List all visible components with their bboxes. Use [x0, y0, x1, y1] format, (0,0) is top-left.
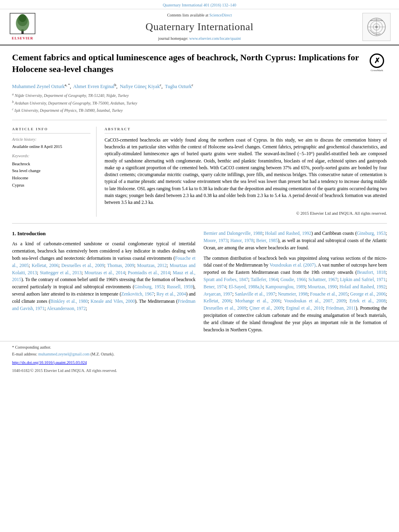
ref-taillefer[interactable]: Taillefer, 1964 — [251, 277, 278, 282]
journal-emblem-icon — [366, 17, 387, 37]
ref-thomas[interactable]: Thomas, 2009 — [107, 263, 134, 268]
article-info-col: ARTICLE INFO Article history: Available … — [12, 127, 97, 217]
keyword-1: Beachrock — [12, 160, 90, 168]
intro-para-right-2: The common distribution of beachrock bed… — [204, 255, 387, 334]
header-divider — [12, 120, 387, 120]
ref-lipkin[interactable]: Lipkin and Safriel, 1971 — [340, 277, 386, 282]
ref-ginsburg2[interactable]: Ginsburg, 1953 — [357, 231, 386, 236]
journal-homepage: journal homepage: www.elsevier.com/locat… — [43, 36, 356, 41]
abstract-col: ABSTRACT CaCO3-cemented beachrocks are w… — [105, 127, 387, 217]
keywords-list: Beachrock Sea level change Holocene Cypr… — [12, 160, 90, 189]
journal-url[interactable]: www.elsevier.com/locate/quaint — [189, 36, 241, 41]
abstract-text: CaCO3-cemented beachrocks are widely fou… — [105, 137, 387, 206]
journal-citation-bar: Quaternary International 401 (2016) 132–… — [0, 0, 399, 9]
issn-line: 1040-6182/© 2015 Elsevier Ltd and INQUA.… — [0, 367, 399, 377]
crossmark-label: CrossMark — [370, 69, 383, 73]
ref-stattegger[interactable]: Stattegger et al., 2013 — [40, 270, 82, 275]
email-suffix: (M.Z. Ozturk). — [90, 352, 114, 356]
ref-avsarcan[interactable]: Avşarcan, 1997 — [204, 292, 232, 296]
ref-schattner[interactable]: Schattner, 1967 — [309, 277, 337, 282]
ref-moore[interactable]: Moore, 1973 — [204, 238, 228, 243]
ref-alexandersson[interactable]: Alexandersson, 1972 — [47, 306, 86, 311]
author-2-link[interactable]: Ahmet Evren Erginal — [73, 84, 114, 89]
ref-russell[interactable]: Russell, 1959 — [167, 284, 193, 289]
ref-ginsburg[interactable]: Ginsburg, 1953 — [134, 284, 164, 289]
ref-kelletat[interactable]: Kelletat, 2006 — [32, 263, 58, 268]
ref-erginal[interactable]: Erginal et al., 2010 — [286, 306, 323, 310]
right-logo-box — [362, 13, 391, 41]
ref-spratt[interactable]: Spratt and Forbes, 1847 — [204, 277, 248, 282]
keywords-label: Keywords: — [12, 153, 90, 159]
ref-ertek[interactable]: Ertek et al., 2008 — [350, 298, 386, 303]
keyword-4: Cyprus — [12, 182, 90, 189]
elsevier-label: ELSEVIER — [12, 36, 33, 41]
footnotes-area: * Corresponding author. E-mail address: … — [0, 341, 399, 357]
journal-right-logo — [360, 13, 393, 41]
elsevier-tree-icon — [8, 13, 37, 35]
ref-sanlaville[interactable]: Sanlaville et al., 1997 — [235, 292, 276, 296]
contents-list-line: Contents lists available at ScienceDirec… — [43, 12, 356, 18]
ref-bener[interactable]: Bener, 1974 — [204, 284, 226, 289]
affiliations: a Niğde University, Department of Geogra… — [12, 92, 387, 113]
ref-neumeier[interactable]: Neumeier, 1998 — [278, 292, 308, 296]
journal-header: ELSEVIER Contents lists available at Sci… — [0, 9, 399, 45]
body-right-col: Bernier and Dalongeville, 1988; Holail a… — [204, 230, 387, 337]
journal-center-info: Contents lists available at ScienceDirec… — [43, 12, 356, 41]
svg-point-3 — [19, 14, 26, 22]
author-1-link[interactable]: Muhammed Zeynel Ozturk — [12, 84, 65, 89]
author-3-link[interactable]: Nafiye Güneç Kiyak — [120, 84, 160, 89]
article-available-online: Available online 8 April 2015 — [12, 144, 90, 150]
ref-vousdoukas[interactable]: Vousdoukas et al. (2007) — [269, 263, 316, 267]
ref-friedman2[interactable]: Friedman, 2011 — [326, 306, 356, 310]
ref-elsayed[interactable]: El-Sayed, 1988a,b — [229, 284, 263, 289]
elsevier-logo: ELSEVIER — [6, 13, 39, 41]
email-label: E-mail address: — [12, 352, 37, 356]
email-footnote: E-mail address: muhammed.zeynel@gmail.co… — [12, 351, 387, 357]
copyright-line: © 2015 Elsevier Ltd and INQUA. All right… — [105, 209, 387, 217]
ref-hanor[interactable]: Hanor, 1978 — [230, 238, 254, 243]
keyword-3: Holocene — [12, 175, 90, 182]
ref-zenkovitch[interactable]: Zenkovitch, 1967 — [121, 292, 154, 296]
ref-beaufort[interactable]: Beaufort, 1818 — [357, 270, 385, 275]
ref-mourtzas[interactable]: Mourtzas, 2012 — [137, 263, 167, 268]
ref-fouache2[interactable]: Fouache et al., 2005 — [310, 292, 348, 296]
ref-kelletat2[interactable]: Kelletat, 2006 — [204, 298, 231, 303]
journal-title: Quaternary International — [43, 20, 356, 34]
body-content: 1. Introduction As a kind of carbonate-c… — [0, 230, 399, 337]
ref-desruelles2[interactable]: Desruelles et al., 2009 — [204, 306, 247, 310]
author-4-link[interactable]: Tugba Ozturk — [165, 84, 192, 89]
title-section: Cement fabrics and optical luminescence … — [12, 52, 387, 78]
author-email-link[interactable]: muhammed.zeynel@gmail.com — [38, 352, 90, 356]
ref-mourtzas-2014[interactable]: Mourtzas et al., 2014 — [84, 270, 125, 275]
affil-1: a Niğde University, Department of Geogra… — [12, 92, 387, 99]
article-main: Cement fabrics and optical luminescence … — [0, 45, 399, 217]
ref-desruelles[interactable]: Desruelles et al., 2009 — [62, 263, 105, 268]
ref-kneale[interactable]: Kneale and Viles, 2000 — [90, 299, 135, 304]
article-title: Cement fabrics and optical luminescence … — [12, 52, 363, 75]
ref-holail[interactable]: Holail and Rashed, 1992 — [265, 231, 311, 236]
crossmark-icon: ✗ — [370, 53, 384, 68]
ref-george[interactable]: George et al., 2006 — [350, 292, 386, 296]
ref-morhange[interactable]: Morhange et al., 2006 — [235, 298, 280, 303]
ref-beier[interactable]: Beier, 1985 — [256, 238, 278, 243]
intro-para-right-1: Bernier and Dalongeville, 1988; Holail a… — [204, 230, 387, 251]
ref-holail92[interactable]: Holail and Rashed, 1992 — [339, 284, 386, 289]
corresponding-label: * Corresponding author. — [12, 345, 51, 349]
affil-3: c Işık University, Department of Physics… — [12, 107, 387, 113]
body-left-col: 1. Introduction As a kind of carbonate-c… — [12, 230, 195, 337]
ref-kampouroglou[interactable]: Kampouroglou, 1989 — [265, 284, 305, 289]
ref-binkley[interactable]: Binkley et al., 1980 — [50, 299, 88, 304]
ref-bernier[interactable]: Bernier and Dalongeville, 1988 — [204, 231, 262, 236]
article-info-heading: ARTICLE INFO — [12, 127, 90, 134]
corresponding-author-note: * Corresponding author. — [12, 345, 387, 350]
article-info-abstract-cols: ARTICLE INFO Article history: Available … — [12, 127, 387, 217]
ref-rey[interactable]: Rey et al., 2004 — [156, 292, 186, 296]
doi-link[interactable]: http://dx.doi.org/10.1016/j.quaint.2015.… — [12, 360, 87, 365]
ref-ciner[interactable]: Çiner et al., 2009 — [249, 306, 283, 310]
ref-goudie[interactable]: Goudie, 1966 — [280, 277, 306, 282]
ref-mourtzas90[interactable]: Mourtzas, 1990 — [308, 284, 337, 289]
ref-vousdoukas2[interactable]: Vousdoukas et al., 2007, 2009 — [284, 298, 346, 303]
sciencedirect-link[interactable]: ScienceDirect — [209, 13, 232, 17]
intro-para-left: As a kind of carbonate-cemented sandston… — [12, 240, 195, 312]
ref-psomiadis[interactable]: Psomiadis et al., 2014 — [128, 270, 170, 275]
